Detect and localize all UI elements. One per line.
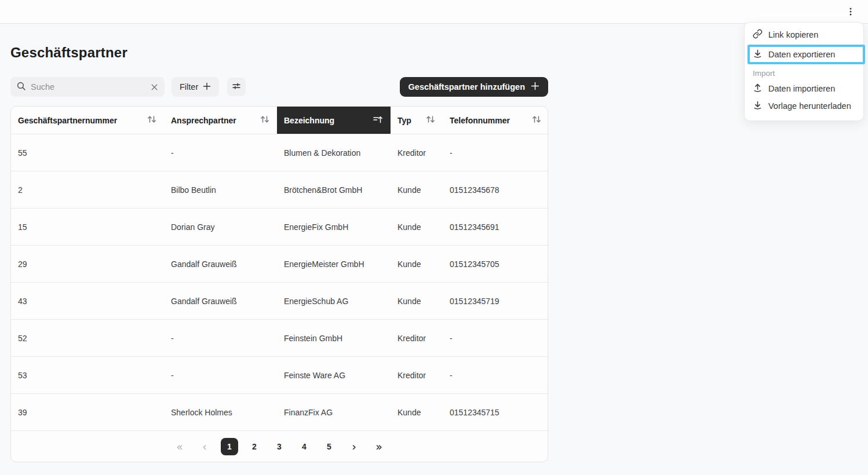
- menu-item-link-kopieren[interactable]: Link kopieren: [745, 26, 863, 43]
- table-cell: 53: [11, 357, 164, 393]
- toolbar: Filter Geschäftspartner hinzufügen: [10, 77, 548, 97]
- menu-item-label: Daten importieren: [768, 84, 835, 93]
- sort-icon: [531, 115, 542, 126]
- table-cell: 01512345691: [443, 209, 548, 245]
- table-cell: Gandalf Grauweiß: [164, 246, 277, 282]
- table-cell: Kunde: [391, 171, 443, 208]
- table-cell: 01512345678: [443, 171, 548, 208]
- column-header-label: Telefonnummer: [450, 116, 510, 125]
- link-icon: [753, 29, 763, 41]
- table-cell: 52: [11, 320, 164, 356]
- table-cell: Kreditor: [391, 320, 443, 356]
- table-cell: Kunde: [391, 394, 443, 430]
- table-cell: Kreditor: [391, 134, 443, 171]
- pagination: « ‹ 1 2 3 4 5 › »: [11, 430, 548, 462]
- table-cell: Bilbo Beutlin: [164, 171, 277, 208]
- add-button-label: Geschäftspartner hinzufügen: [409, 82, 525, 92]
- search-box: [10, 77, 165, 97]
- export-highlight-box: Daten exportieren: [747, 45, 865, 64]
- table-cell: 01512345705: [443, 246, 548, 282]
- search-input[interactable]: [31, 82, 145, 92]
- sliders-icon: [232, 82, 241, 93]
- table-row[interactable]: 29Gandalf GrauweißEnergieMeister GmbHKun…: [11, 245, 548, 282]
- table-cell: -: [164, 357, 277, 393]
- kebab-menu-icon[interactable]: [843, 3, 859, 20]
- context-menu: Link kopieren Daten exportieren Import D…: [744, 22, 864, 121]
- column-header-label: Bezeichnung: [284, 116, 334, 125]
- table-row[interactable]: 39Sherlock HolmesFinanzFix AGKunde015123…: [11, 393, 548, 430]
- table-cell: Blumen & Dekoration: [277, 134, 391, 171]
- column-header-typ[interactable]: Typ: [391, 107, 443, 134]
- menu-item-daten-importieren[interactable]: Daten importieren: [745, 80, 863, 97]
- last-page-button[interactable]: »: [370, 438, 388, 455]
- table-cell: Gandalf Grauweiß: [164, 283, 277, 319]
- prev-page-button[interactable]: ‹: [196, 438, 213, 455]
- column-header-label: Ansprechpartner: [171, 116, 236, 125]
- table-row[interactable]: 52-Feinstein GmbHKreditor-: [11, 319, 548, 356]
- table-cell: -: [443, 320, 548, 356]
- table-row[interactable]: 55-Blumen & DekorationKreditor-: [11, 134, 548, 171]
- table-cell: Brötchen&Brot GmbH: [277, 171, 391, 208]
- column-header-label: Typ: [397, 116, 411, 125]
- table-cell: EnergieMeister GmbH: [277, 246, 391, 282]
- table-row[interactable]: 2Bilbo BeutlinBrötchen&Brot GmbHKunde015…: [11, 171, 548, 208]
- column-settings-button[interactable]: [227, 78, 246, 96]
- table-cell: -: [443, 357, 548, 393]
- table-cell: Kunde: [391, 246, 443, 282]
- menu-item-label: Daten exportieren: [768, 50, 835, 59]
- column-header-geschaeftspartnernummer[interactable]: Geschäftspartnernummer: [11, 107, 164, 134]
- column-header-ansprechpartner[interactable]: Ansprechpartner: [164, 107, 277, 134]
- page-button-5[interactable]: 5: [320, 438, 338, 455]
- plus-icon: [531, 82, 539, 92]
- business-partner-table: Geschäftspartnernummer Ansprechpartner: [10, 106, 548, 462]
- page-button-2[interactable]: 2: [246, 438, 263, 455]
- column-header-bezeichnung[interactable]: Bezeichnung: [277, 107, 391, 134]
- filter-button[interactable]: Filter: [172, 77, 219, 97]
- table-cell: 29: [11, 246, 164, 282]
- menu-item-daten-exportieren[interactable]: Daten exportieren: [750, 47, 863, 62]
- sort-icon: [260, 115, 270, 126]
- search-icon: [16, 81, 26, 93]
- table-cell: FinanzFix AG: [277, 394, 391, 430]
- page-button-1[interactable]: 1: [221, 438, 238, 455]
- table-cell: Kunde: [391, 209, 443, 245]
- table-cell: 43: [11, 283, 164, 319]
- menu-item-vorlage-herunterladen[interactable]: Vorlage herunterladen: [745, 97, 863, 115]
- table-cell: Feinste Ware AG: [277, 357, 391, 393]
- column-header-label: Geschäftspartnernummer: [18, 116, 117, 125]
- table-cell: Feinstein GmbH: [277, 320, 391, 356]
- menu-item-label: Vorlage herunterladen: [768, 101, 851, 111]
- sort-icon: [425, 115, 436, 126]
- main-content: Geschäftspartner Filter: [0, 45, 868, 462]
- filter-button-label: Filter: [180, 82, 198, 92]
- table-cell: -: [164, 320, 277, 356]
- next-page-button[interactable]: ›: [345, 438, 363, 455]
- table-cell: Kunde: [391, 283, 443, 319]
- menu-section-import: Import: [745, 65, 863, 80]
- table-row[interactable]: 15Dorian GrayEnergieFix GmbHKunde0151234…: [11, 208, 548, 245]
- table-cell: Sherlock Holmes: [164, 394, 277, 430]
- table-row[interactable]: 53-Feinste Ware AGKreditor-: [11, 356, 548, 393]
- upload-icon: [753, 83, 763, 94]
- table-cell: EnergieFix GmbH: [277, 209, 391, 245]
- sort-icon: [147, 115, 157, 126]
- sort-ascending-icon: [373, 115, 384, 126]
- column-header-telefonnummer[interactable]: Telefonnummer: [443, 107, 548, 134]
- menu-item-label: Link kopieren: [768, 30, 818, 39]
- table-cell: Dorian Gray: [164, 209, 277, 245]
- first-page-button[interactable]: «: [171, 438, 188, 455]
- clear-search-icon[interactable]: [150, 83, 159, 92]
- page-title: Geschäftspartner: [10, 45, 858, 61]
- topbar: [0, 0, 868, 24]
- add-business-partner-button[interactable]: Geschäftspartner hinzufügen: [400, 77, 548, 97]
- page-button-3[interactable]: 3: [271, 438, 288, 455]
- table-header-row: Geschäftspartnernummer Ansprechpartner: [11, 107, 548, 134]
- download-icon: [753, 49, 763, 60]
- page-button-4[interactable]: 4: [296, 438, 313, 455]
- table-cell: -: [164, 134, 277, 171]
- table-cell: Kreditor: [391, 357, 443, 393]
- table-row[interactable]: 43Gandalf GrauweißEnergieSchub AGKunde01…: [11, 282, 548, 319]
- table-cell: -: [443, 134, 548, 171]
- table-cell: 01512345715: [443, 394, 548, 430]
- table-cell: 01512345719: [443, 283, 548, 319]
